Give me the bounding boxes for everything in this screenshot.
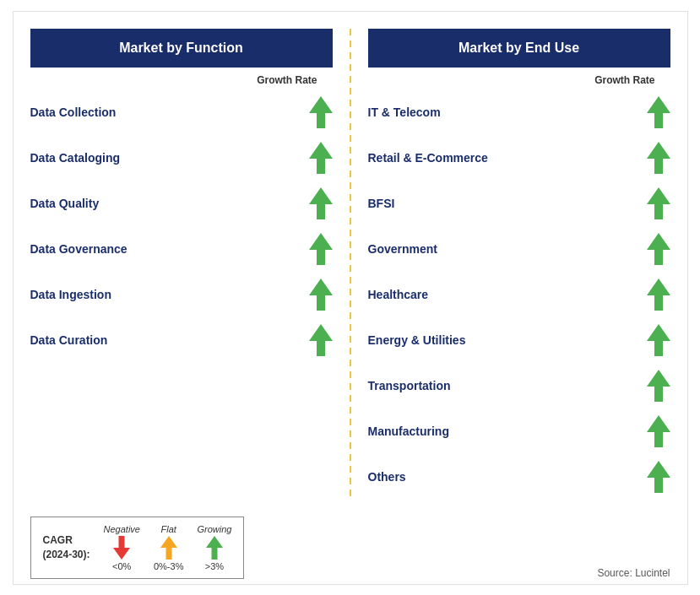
green-arrow-left-4 (309, 279, 333, 311)
left-panel: Market by Function Growth Rate Data Coll… (30, 29, 341, 500)
green-arrow-right-7 (647, 415, 670, 447)
legend-growing: Growing >3% (197, 524, 231, 571)
main-container: Market by Function Growth Rate Data Coll… (13, 11, 688, 585)
green-arrow-left-3 (309, 233, 333, 265)
green-arrow-right-8 (647, 461, 670, 493)
green-arrow-right-3 (647, 233, 670, 265)
right-row-label: Others (368, 470, 406, 484)
left-row-item: Data Ingestion (30, 272, 333, 317)
green-arrow-right-5 (647, 324, 670, 356)
green-arrow-right-0 (647, 96, 670, 128)
right-row-item: Transportation (368, 363, 670, 408)
left-row-label: Data Curation (30, 333, 108, 347)
green-arrow-left-0 (309, 96, 333, 128)
legend-flat-label: Flat (161, 524, 176, 534)
green-arrow-legend (206, 536, 223, 560)
green-arrow-right-4 (647, 279, 670, 311)
left-row-item: Data Curation (30, 317, 333, 363)
legend-box: CAGR (2024-30): Negative <0% Flat 0%-3% … (30, 517, 245, 579)
right-row-label: Manufacturing (368, 425, 449, 438)
legend-negative-label: Negative (104, 524, 140, 534)
left-row-item: Data Quality (30, 181, 333, 226)
right-row-item: Government (368, 226, 670, 272)
right-row-item: BFSI (368, 181, 670, 226)
right-items-container: IT & Telecom Retail & E-Commerce BFSI Go… (368, 89, 670, 500)
legend-negative: Negative <0% (104, 524, 140, 571)
right-row-label: Retail & E-Commerce (368, 151, 488, 165)
right-row-label: IT & Telecom (368, 105, 441, 119)
green-arrow-left-2 (309, 187, 333, 219)
right-row-item: Manufacturing (368, 408, 670, 454)
red-arrow-legend (113, 536, 130, 560)
right-row-label: Energy & Utilities (368, 333, 466, 347)
legend-flat-range: 0%-3% (154, 561, 183, 571)
left-row-label: Data Collection (30, 105, 117, 119)
legend-cagr: CAGR (2024-30): (43, 533, 90, 562)
divider (350, 29, 351, 500)
right-row-item: Energy & Utilities (368, 317, 670, 363)
right-row-label: Government (368, 242, 437, 256)
left-growth-rate-label: Growth Rate (30, 74, 333, 86)
right-growth-rate-label: Growth Rate (368, 74, 670, 86)
orange-arrow-legend (160, 536, 177, 560)
green-arrow-right-6 (647, 370, 670, 402)
legend-growing-range: >3% (205, 561, 224, 571)
left-row-item: Data Collection (30, 89, 333, 135)
left-row-label: Data Governance (30, 242, 128, 256)
legend-negative-range: <0% (112, 561, 131, 571)
content-area: Market by Function Growth Rate Data Coll… (30, 29, 670, 500)
left-row-label: Data Quality (30, 197, 100, 210)
green-arrow-right-1 (647, 142, 670, 174)
right-row-label: Transportation (368, 379, 451, 392)
source-text: Source: Lucintel (597, 567, 670, 579)
bottom-area: CAGR (2024-30): Negative <0% Flat 0%-3% … (30, 508, 670, 579)
green-arrow-left-1 (309, 142, 333, 174)
right-panel-header: Market by End Use (368, 29, 670, 68)
left-panel-header: Market by Function (30, 29, 333, 68)
legend-growing-label: Growing (197, 524, 231, 534)
right-row-label: BFSI (368, 197, 395, 210)
left-row-label: Data Cataloging (30, 151, 121, 165)
right-row-item: Retail & E-Commerce (368, 135, 670, 181)
green-arrow-right-2 (647, 187, 670, 219)
left-row-label: Data Ingestion (30, 288, 111, 301)
left-items-container: Data Collection Data Cataloging Data Qua… (30, 89, 333, 363)
left-row-item: Data Governance (30, 226, 333, 272)
right-row-item: IT & Telecom (368, 89, 670, 135)
right-row-label: Healthcare (368, 288, 429, 301)
legend-flat: Flat 0%-3% (154, 524, 183, 571)
right-row-item: Others (368, 454, 670, 500)
green-arrow-left-5 (309, 324, 333, 356)
right-panel: Market by End Use Growth Rate IT & Telec… (360, 29, 670, 500)
right-row-item: Healthcare (368, 272, 670, 317)
left-row-item: Data Cataloging (30, 135, 333, 181)
